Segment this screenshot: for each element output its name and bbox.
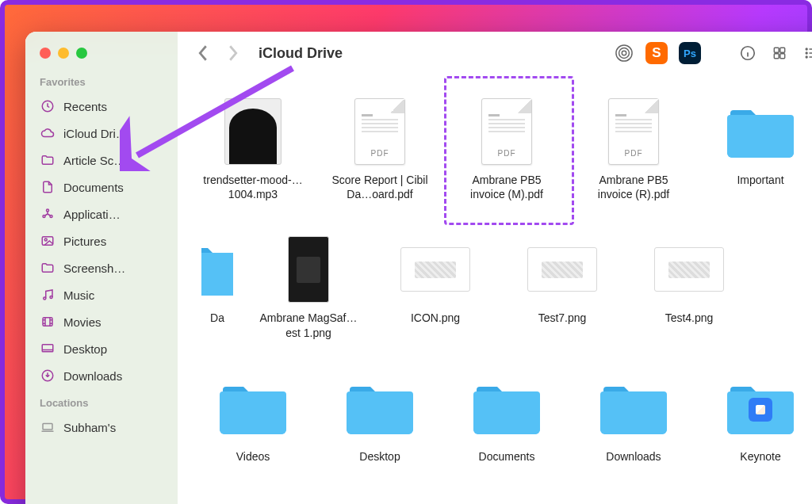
- sidebar-item-label: Article Sc…: [63, 154, 125, 167]
- file-name: Test7.png: [538, 311, 587, 325]
- file-thumbnail: [726, 373, 795, 443]
- svg-point-20: [806, 48, 807, 50]
- sidebar-item-downloads[interactable]: Downloads: [25, 362, 178, 389]
- file-thumbnail: PDF: [472, 97, 542, 166]
- file-item[interactable]: Test4.png: [638, 235, 741, 339]
- file-name: Important: [737, 173, 783, 187]
- file-name: Downloads: [606, 449, 661, 464]
- sidebar-item-label: Movies: [63, 315, 102, 329]
- svg-rect-25: [220, 391, 286, 434]
- file-thumbnail: [218, 497, 288, 504]
- grid-view-icon[interactable]: [769, 43, 790, 63]
- sidebar: Favorites Recents iCloud Dri… Article Sc…: [25, 32, 178, 504]
- app-badge-photoshop[interactable]: Ps: [679, 42, 701, 64]
- sidebar-item-label: Pictures: [63, 235, 106, 248]
- file-item[interactable]: Videos: [201, 373, 304, 464]
- file-thumbnail: PDF: [345, 97, 415, 166]
- info-icon[interactable]: [737, 43, 758, 63]
- file-thumbnail: [400, 235, 470, 304]
- svg-rect-26: [347, 391, 413, 434]
- file-item[interactable]: ICON.png: [384, 235, 487, 339]
- sidebar-item-label: iCloud Dri…: [63, 127, 128, 140]
- svg-point-12: [622, 51, 626, 55]
- svg-rect-16: [774, 48, 779, 52]
- file-item[interactable]: Important: [709, 97, 812, 201]
- file-item[interactable]: Documents: [455, 373, 558, 464]
- finder-window: Favorites Recents iCloud Dri… Article Sc…: [25, 32, 812, 504]
- sidebar-item-article-sc[interactable]: Article Sc…: [25, 147, 178, 174]
- file-name: Test4.png: [665, 311, 714, 325]
- file-item[interactable]: trendsetter-mood-…1004.mp3: [201, 97, 304, 201]
- file-item[interactable]: PDFAmbrane PB5 invoice (M).pdf: [455, 97, 558, 201]
- file-thumbnail: [472, 373, 542, 443]
- file-item[interactable]: Desktop: [328, 373, 431, 464]
- sidebar-item-subhams[interactable]: Subham's: [25, 414, 178, 441]
- sidebar-section-favorites: Favorites: [25, 68, 178, 93]
- file-item[interactable]: PDFAmbrane PB5 invoice (R).pdf: [582, 97, 685, 201]
- sidebar-item-screenshots[interactable]: Screensh…: [25, 254, 178, 281]
- svg-rect-27: [473, 391, 540, 434]
- sidebar-item-documents[interactable]: Documents: [25, 174, 178, 200]
- airdrop-icon[interactable]: [614, 43, 634, 63]
- sidebar-item-applications[interactable]: Applicati…: [25, 200, 178, 227]
- svg-point-6: [44, 297, 46, 300]
- file-item[interactable]: Test7.png: [511, 235, 614, 339]
- file-name: Ambrane PB5 invoice (M).pdf: [455, 173, 558, 201]
- file-thumbnail: [726, 97, 795, 166]
- file-name: Da: [210, 311, 224, 325]
- fullscreen-button[interactable]: [76, 48, 87, 59]
- back-button[interactable]: [193, 44, 213, 63]
- close-button[interactable]: [40, 48, 51, 59]
- sidebar-item-label: Documents: [63, 181, 124, 194]
- file-name: Desktop: [359, 449, 400, 464]
- app-badge-s[interactable]: S: [645, 42, 668, 64]
- sidebar-item-label: Desktop: [63, 342, 107, 356]
- svg-point-7: [50, 296, 52, 299]
- file-name: Videos: [236, 449, 270, 464]
- sidebar-item-music[interactable]: Music: [25, 281, 178, 308]
- applications-icon: [40, 206, 56, 222]
- file-thumbnail: [218, 97, 288, 166]
- sidebar-item-label: Screensh…: [63, 262, 125, 275]
- folder-icon: [40, 152, 56, 168]
- svg-point-13: [619, 48, 630, 59]
- file-item[interactable]: Listy: [201, 497, 304, 504]
- sidebar-item-desktop[interactable]: Desktop: [25, 335, 178, 362]
- svg-rect-18: [774, 54, 779, 59]
- download-icon: [40, 368, 56, 384]
- svg-rect-24: [201, 253, 233, 296]
- svg-rect-4: [42, 237, 53, 246]
- window-controls: [25, 41, 178, 68]
- sidebar-section-locations: Locations: [25, 389, 178, 414]
- list-view-icon[interactable]: [801, 43, 812, 63]
- file-item[interactable]: PDFScore Report | Cibil Da…oard.pdf: [328, 97, 431, 201]
- file-name: Keynote: [740, 449, 780, 464]
- file-item[interactable]: Ambrane MagSaf…est 1.png: [257, 235, 360, 339]
- svg-point-21: [806, 52, 807, 54]
- forward-button[interactable]: [224, 44, 243, 63]
- file-name: ICON.png: [411, 311, 460, 325]
- file-thumbnail: [599, 373, 668, 443]
- svg-rect-9: [42, 345, 53, 352]
- main-content: iCloud Drive S Ps trendsetter-mood-…1004…: [178, 32, 812, 504]
- sidebar-item-label: Applicati…: [63, 208, 121, 221]
- svg-rect-23: [727, 115, 794, 158]
- film-icon: [40, 314, 56, 330]
- file-thumbnail: [527, 235, 597, 304]
- sidebar-item-label: Subham's: [63, 421, 116, 434]
- document-icon: [40, 179, 56, 195]
- svg-rect-17: [780, 48, 785, 52]
- minimize-button[interactable]: [58, 48, 69, 59]
- file-item[interactable]: Keynote: [709, 373, 812, 464]
- file-thumbnail: [654, 235, 724, 304]
- sidebar-item-movies[interactable]: Movies: [25, 308, 178, 335]
- svg-point-5: [44, 239, 47, 241]
- file-item[interactable]: Da: [201, 235, 233, 339]
- sidebar-item-recents[interactable]: Recents: [25, 93, 178, 120]
- svg-rect-11: [43, 424, 52, 430]
- sidebar-item-icloud-drive[interactable]: iCloud Dri…: [25, 120, 178, 147]
- sidebar-item-pictures[interactable]: Pictures: [25, 227, 178, 254]
- file-name: Ambrane PB5 invoice (R).pdf: [582, 173, 685, 201]
- file-item[interactable]: Downloads: [582, 373, 685, 464]
- cloud-icon: [40, 125, 56, 141]
